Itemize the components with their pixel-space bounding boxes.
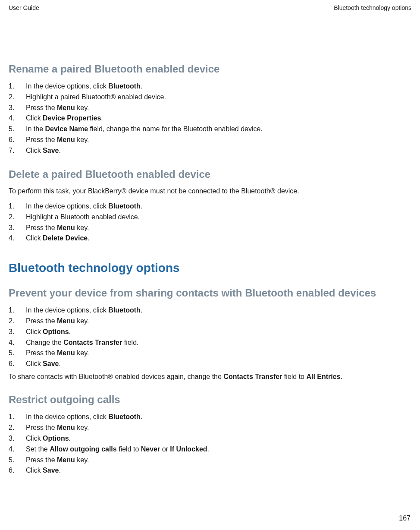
step-item: Set the Allow outgoing calls field to Ne… [9,444,411,455]
steps-restrict: In the device options, click Bluetooth.P… [9,412,411,476]
step-text: . [101,114,103,122]
step-text: field, change the name for the Bluetooth… [88,125,263,132]
step-text: Press the [26,424,57,431]
step-bold: Menu [57,456,75,464]
step-bold: Bluetooth [108,82,141,90]
step-text: key. [75,424,89,431]
page-number: 167 [399,514,411,522]
step-text: Change the [26,339,63,346]
header-right: Bluetooth technology options [334,4,411,11]
step-item: In the device options, click Bluetooth. [9,201,411,212]
step-item: Press the Menu key. [9,348,411,359]
outro-text: To share contacts with Bluetooth® enable… [9,373,223,380]
step-bold: Bluetooth [108,413,141,420]
step-bold: Menu [57,104,75,111]
step-text: . [69,328,71,335]
step-text: Click [26,147,43,154]
step-text: In the [26,125,45,132]
step-bold: Save [43,360,59,367]
step-item: In the device options, click Bluetooth. [9,81,411,92]
step-item: Click Options. [9,327,411,338]
step-text: Click [26,114,43,122]
step-text: . [141,306,142,314]
page-content: Rename a paired Bluetooth enabled device… [0,11,420,476]
step-bold: Save [43,147,59,154]
step-text: Press the [26,349,57,356]
section-title-restrict: Restrict outgoing calls [9,394,411,406]
step-text: . [141,202,142,210]
step-bold: Menu [57,424,75,431]
step-bold: Menu [57,349,75,356]
step-item: Press the Menu key. [9,455,411,466]
step-text: . [59,147,60,154]
step-text: . [141,413,142,420]
step-item: Change the Contacts Transfer field. [9,338,411,348]
step-bold: Never [141,445,160,453]
outro-text: . [341,373,342,380]
step-item: Click Device Properties. [9,113,411,124]
section-title-prevent: Prevent your device from sharing contact… [9,287,411,299]
step-bold: Menu [57,136,75,143]
step-text: Click [26,234,43,242]
step-bold: Device Name [45,125,88,132]
step-bold: If Unlocked [170,445,207,453]
steps-prevent: In the device options, click Bluetooth.P… [9,305,411,369]
step-item: Click Save. [9,145,411,156]
step-item: Press the Menu key. [9,103,411,114]
step-text: Click [26,360,43,367]
step-text: In the device options, click [26,82,108,90]
delete-intro: To perform this task, your BlackBerry® d… [9,186,411,196]
step-text: key. [75,456,89,464]
step-item: Press the Menu key. [9,316,411,327]
step-text: Highlight a Bluetooth enabled device. [26,213,140,221]
step-bold: Options [43,435,69,442]
step-text: key. [75,136,89,143]
step-bold: Options [43,328,69,335]
step-item: Click Options. [9,433,411,444]
steps-rename: In the device options, click Bluetooth.H… [9,81,411,156]
step-bold: Bluetooth [108,202,141,210]
outro-bold-2: All Entries [306,373,340,380]
step-item: Click Delete Device. [9,233,411,244]
header-left: User Guide [9,4,39,11]
step-bold: Allow outgoing calls [50,445,117,453]
step-text: key. [75,349,89,356]
step-bold: Menu [57,317,75,325]
section-heading-options: Bluetooth technology options [9,261,411,275]
step-text: . [88,234,89,242]
step-item: Press the Menu key. [9,223,411,233]
step-item: In the Device Name field, change the nam… [9,124,411,135]
section-title-rename: Rename a paired Bluetooth enabled device [9,63,411,75]
outro-text: field to [282,373,306,380]
step-text: Set the [26,445,50,453]
step-bold: Save [43,467,59,474]
step-text: In the device options, click [26,306,108,314]
step-bold: Device Properties [43,114,101,122]
step-item: Click Save. [9,465,411,476]
step-text: . [141,82,142,90]
step-text: field to [117,445,141,453]
step-text: key. [75,317,89,325]
step-text: key. [75,104,89,111]
section-title-delete: Delete a paired Bluetooth enabled device [9,168,411,180]
prevent-outro: To share contacts with Bluetooth® enable… [9,372,411,382]
step-text: . [207,445,209,453]
step-text: Click [26,328,43,335]
step-item: In the device options, click Bluetooth. [9,305,411,316]
step-text: . [69,435,71,442]
step-text: Click [26,467,43,474]
step-bold: Contacts Transfer [63,339,122,346]
page-header: User Guide Bluetooth technology options [0,0,420,11]
step-text: In the device options, click [26,413,108,420]
step-item: Highlight a Bluetooth enabled device. [9,212,411,223]
step-item: Click Save. [9,359,411,369]
step-text: or [160,445,170,453]
step-text: . [59,360,60,367]
step-text: Press the [26,456,57,464]
step-item: Highlight a paired Bluetooth® enabled de… [9,92,411,103]
step-text: Press the [26,317,57,325]
step-item: In the device options, click Bluetooth. [9,412,411,423]
step-text: Click [26,435,43,442]
steps-delete: In the device options, click Bluetooth.H… [9,201,411,244]
step-text: key. [75,224,89,231]
